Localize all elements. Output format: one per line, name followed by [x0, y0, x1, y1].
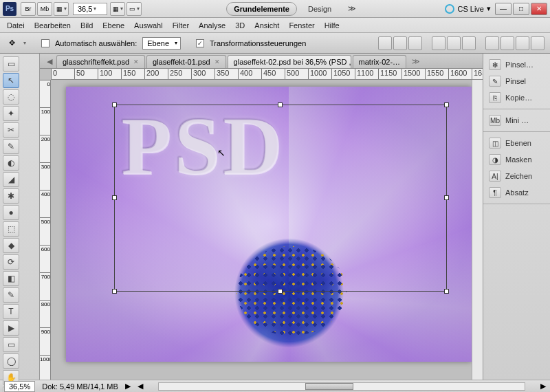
transform-handle-bc[interactable] [278, 289, 283, 294]
menu-datei[interactable]: Datei [7, 21, 25, 30]
tab-scroll-right[interactable]: ≫ [408, 55, 424, 68]
tool-3d[interactable]: ◯ [3, 353, 19, 369]
cslive-dropdown[interactable]: CS Live ▾ [445, 4, 491, 14]
transform-handle-tr[interactable] [444, 102, 449, 107]
tool-crop[interactable]: ✂ [3, 122, 19, 138]
menu-bild[interactable]: Bild [80, 21, 93, 30]
status-zoom[interactable]: 36,5% [4, 381, 35, 392]
scroll-right-icon[interactable]: ▶ [540, 382, 546, 391]
tool-pen[interactable]: ✎ [3, 287, 19, 303]
chevron-right-icon[interactable]: ▶ [125, 382, 131, 391]
menu-ansicht[interactable]: Ansicht [254, 21, 279, 30]
arrange-dropdown[interactable]: ▦ [110, 2, 125, 16]
tool-shape[interactable]: ▭ [3, 337, 19, 352]
align-vcenter[interactable] [393, 36, 407, 50]
window-maximize[interactable]: □ [513, 3, 529, 15]
canvas-viewport[interactable]: PSD ↖ [51, 80, 472, 380]
menu-ebene[interactable]: Ebene [102, 21, 124, 30]
ruler-vertical[interactable]: 01002003004005006007008009001000 [40, 80, 51, 380]
tool-lasso[interactable]: ◌ [3, 89, 19, 105]
align-bottom[interactable] [408, 36, 422, 50]
panel-zeichen[interactable]: A|Zeichen [483, 168, 550, 184]
tool-history[interactable]: ● [3, 205, 19, 220]
panel-masken[interactable]: ◑Masken [483, 151, 550, 168]
transform-handle-bl[interactable] [112, 289, 117, 294]
screenmode-dropdown[interactable]: ▦ [54, 2, 69, 16]
tool-heal[interactable]: ◐ [3, 155, 19, 171]
panel-pinsel-presets[interactable]: ✻Pinsel… [483, 56, 550, 73]
transform-controls-checkbox[interactable] [196, 39, 204, 47]
panel-label: Masken [505, 155, 532, 164]
align-top[interactable] [378, 36, 392, 50]
options-bar: ✥ ▾ Automatisch auswählen: Ebene Transfo… [0, 33, 550, 54]
tool-path[interactable]: ▶ [3, 320, 19, 336]
tool-blur[interactable]: ⟳ [3, 254, 19, 270]
tool-eyedrop[interactable]: ✎ [3, 139, 19, 154]
bridge-button[interactable]: Br [21, 2, 36, 16]
layer-type-dropdown[interactable]: Ebene [142, 37, 181, 50]
menu-fenster[interactable]: Fenster [289, 21, 314, 30]
ruler-horizontal[interactable]: 0501001502002503003504004505001000105011… [51, 69, 483, 80]
transform-handle-tl[interactable] [112, 102, 117, 107]
align-hcenter[interactable] [447, 36, 461, 50]
tool-wand[interactable]: ✦ [3, 106, 19, 121]
menu-analyse[interactable]: Analyse [199, 21, 226, 30]
transform-handle-br[interactable] [444, 289, 449, 294]
doc-tab-active[interactable]: glaseffekt-02.psd bei 36,5% (PSD , RGB/8… [228, 55, 351, 68]
workspace-active[interactable]: Grundelemente [226, 2, 297, 16]
tool-brush[interactable]: ◢ [3, 172, 19, 187]
menu-auswahl[interactable]: Auswahl [134, 21, 163, 30]
panel-absatz[interactable]: ¶Absatz [483, 184, 550, 201]
panel-minibridge[interactable]: MbMini … [483, 112, 550, 129]
character-icon: A| [489, 171, 501, 182]
tool-type[interactable]: T [3, 304, 19, 319]
scrollbar-horizontal[interactable] [158, 382, 525, 391]
distribute-4[interactable] [531, 36, 544, 50]
menu-3d[interactable]: 3D [235, 21, 245, 30]
distribute-group [485, 36, 544, 50]
transform-handle-tc[interactable] [278, 102, 283, 107]
panel-kopie[interactable]: ⎘Kopie… [483, 89, 550, 106]
panel-label: Absatz [505, 188, 529, 197]
distribute-1[interactable] [485, 36, 499, 50]
align-right[interactable] [462, 36, 476, 50]
zoom-field[interactable]: 36,5 [73, 3, 107, 15]
doc-tab[interactable]: glasschrifteffekt.psd✕ [56, 55, 145, 68]
minibridge-button[interactable]: Mb [37, 2, 52, 16]
doc-tab[interactable]: matrix-02-… [353, 55, 407, 68]
masks-icon: ◑ [489, 154, 501, 165]
transform-handle-mr[interactable] [444, 195, 449, 200]
panel-ebenen[interactable]: ◫Ebenen [483, 135, 550, 151]
tool-marquee[interactable]: ▭ [3, 56, 19, 72]
distribute-2[interactable] [500, 36, 514, 50]
auto-select-checkbox[interactable] [41, 39, 50, 47]
menu-filter[interactable]: Filter [173, 21, 189, 30]
extras-dropdown[interactable]: ▭ [126, 2, 142, 16]
panel-pinsel[interactable]: ✎Pinsel [483, 73, 550, 89]
close-icon[interactable]: ✕ [133, 58, 139, 65]
align-left[interactable] [432, 36, 446, 50]
workspace-design[interactable]: Design [302, 3, 337, 15]
transform-bounding-box[interactable] [114, 105, 447, 292]
tool-gradient[interactable]: ◆ [3, 238, 19, 253]
tool-stamp[interactable]: ✱ [3, 188, 19, 204]
doc-tab[interactable]: glaseffekt-01.psd✕ [146, 55, 226, 68]
tool-dodge[interactable]: ◧ [3, 271, 19, 286]
workspace-more[interactable]: ≫ [342, 2, 362, 15]
window-minimize[interactable]: — [495, 3, 512, 15]
menu-hilfe[interactable]: Hilfe [324, 21, 340, 30]
scroll-thumb[interactable] [305, 383, 353, 390]
close-icon[interactable]: ✕ [214, 58, 220, 65]
scrollbar-vertical[interactable] [472, 80, 483, 380]
canvas[interactable]: PSD ↖ [66, 87, 472, 362]
distribute-3[interactable] [516, 36, 529, 50]
window-close[interactable]: ✕ [531, 3, 547, 15]
tab-scroll-left[interactable]: ◀ [43, 55, 56, 68]
scroll-left-icon[interactable]: ◀ [138, 382, 143, 391]
brush-icon: ✎ [489, 76, 501, 87]
tool-eraser[interactable]: ⬚ [3, 221, 19, 237]
status-docinfo[interactable]: Dok: 5,49 MB/14,1 MB [42, 382, 118, 391]
transform-handle-ml[interactable] [112, 195, 117, 200]
menu-bearbeiten[interactable]: Bearbeiten [34, 21, 71, 30]
tool-move[interactable]: ↖ [3, 73, 19, 88]
